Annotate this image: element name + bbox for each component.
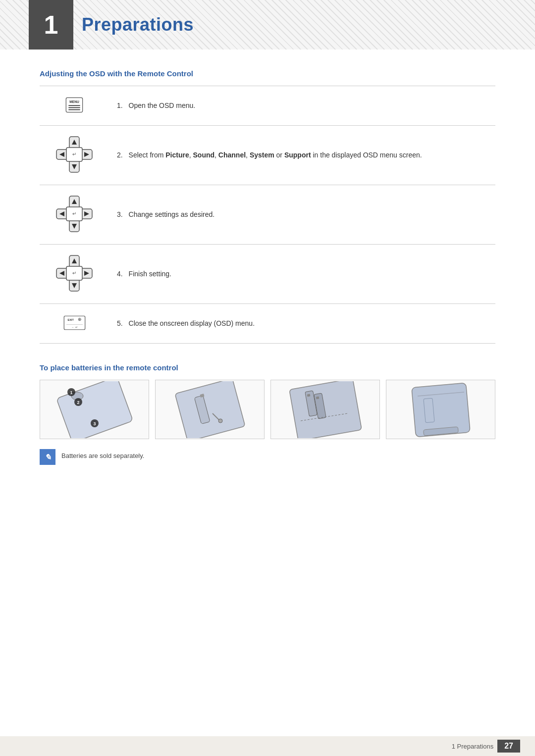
chapter-number-block: 1 (29, 0, 73, 50)
dpad-icon-cell-3: ↵ (40, 185, 109, 245)
table-row: ↵ 2. Select from Picture, Sound, Channel… (40, 126, 495, 185)
svg-text:✎: ✎ (45, 453, 51, 461)
svg-text:← ↵: ← ↵ (71, 326, 77, 329)
battery-svg-2 (163, 381, 257, 438)
battery-images-row: 1 2 3 (40, 380, 495, 439)
battery-image-2 (155, 380, 265, 439)
svg-text:↵: ↵ (72, 270, 76, 276)
table-row: MENU 1. Open the OSD menu. (40, 86, 495, 126)
svg-rect-34 (56, 381, 133, 438)
svg-text:↵: ↵ (72, 211, 76, 216)
battery-svg-4 (394, 381, 488, 438)
step-2-bold-picture: Picture (165, 151, 189, 159)
svg-text:⊕: ⊕ (77, 316, 81, 322)
footer-content: 1 Preparations 27 (452, 740, 520, 753)
chapter-title: Preparations (82, 14, 194, 35)
battery-image-1: 1 2 3 (40, 380, 149, 439)
batteries-section-title: To place batteries in the remote control (40, 363, 495, 372)
step-5-text: Close the onscreen display (OSD) menu. (129, 319, 255, 327)
battery-svg-1: 1 2 3 (48, 381, 142, 438)
note-text: Batteries are sold separately. (61, 449, 144, 459)
table-row: EXIT ⊕ ← ↵ 5. Close the onscreen display… (40, 304, 495, 344)
dpad-icon-3: ↵ (54, 194, 94, 234)
table-row: ↵ 4. Finish setting. (40, 245, 495, 304)
footer-page-number: 27 (497, 740, 520, 753)
step-2-text-cell: 2. Select from Picture, Sound, Channel, … (109, 126, 495, 185)
header-stripe-background (0, 0, 535, 50)
batteries-section: To place batteries in the remote control… (40, 363, 495, 465)
menu-button-icon-cell: MENU (40, 86, 109, 126)
table-row: ↵ 3. Change settings as desired. (40, 185, 495, 245)
step-2-bold-system: System (250, 151, 274, 159)
battery-image-4 (386, 380, 495, 439)
svg-rect-47 (289, 381, 361, 438)
svg-text:↵: ↵ (72, 151, 76, 157)
page-header: 1 Preparations (0, 0, 535, 50)
osd-section-title: Adjusting the OSD with the Remote Contro… (40, 69, 495, 78)
page-footer: 1 Preparations 27 (0, 736, 535, 756)
chapter-number: 1 (44, 10, 58, 40)
svg-text:1: 1 (70, 390, 72, 395)
step-4-text: Finish setting. (129, 270, 171, 278)
dpad-icon-cell-4: ↵ (40, 245, 109, 304)
main-content: Adjusting the OSD with the Remote Contro… (0, 50, 535, 504)
exit-button-icon-cell: EXIT ⊕ ← ↵ (40, 304, 109, 344)
note-pencil-icon: ✎ (40, 449, 55, 465)
svg-text:3: 3 (93, 421, 96, 426)
dpad-icon-cell-2: ↵ (40, 126, 109, 185)
step-3-text-cell: 3. Change settings as desired. (109, 185, 495, 245)
note-row: ✎ Batteries are sold separately. (40, 449, 495, 465)
svg-text:2: 2 (77, 400, 79, 405)
battery-svg-3 (278, 381, 373, 438)
step-1-text: Open the OSD menu. (129, 101, 196, 109)
osd-steps-table: MENU 1. Open the OSD menu. (40, 86, 495, 344)
step-2-bold-channel: Channel (218, 151, 246, 159)
dpad-icon-4: ↵ (54, 253, 94, 293)
svg-point-46 (218, 419, 222, 423)
footer-chapter-label: 1 Preparations (452, 743, 494, 750)
note-icon: ✎ (40, 449, 55, 465)
step-1-text-cell: 1. Open the OSD menu. (109, 86, 495, 126)
svg-rect-42 (175, 381, 245, 438)
step-2-bold-support: Support (284, 151, 311, 159)
svg-rect-51 (316, 396, 319, 399)
step-4-text-cell: 4. Finish setting. (109, 245, 495, 304)
step-3-text: Change settings as desired. (129, 210, 215, 218)
step-2-bold-sound: Sound (193, 151, 215, 159)
dpad-icon-2: ↵ (54, 135, 94, 174)
svg-text:EXIT: EXIT (67, 318, 74, 321)
svg-rect-49 (307, 394, 310, 397)
battery-image-3 (270, 380, 380, 439)
exit-button-icon: EXIT ⊕ ← ↵ (61, 313, 88, 333)
menu-button-icon: MENU (62, 95, 87, 115)
svg-text:MENU: MENU (69, 100, 79, 103)
step-5-text-cell: 5. Close the onscreen display (OSD) menu… (109, 304, 495, 344)
